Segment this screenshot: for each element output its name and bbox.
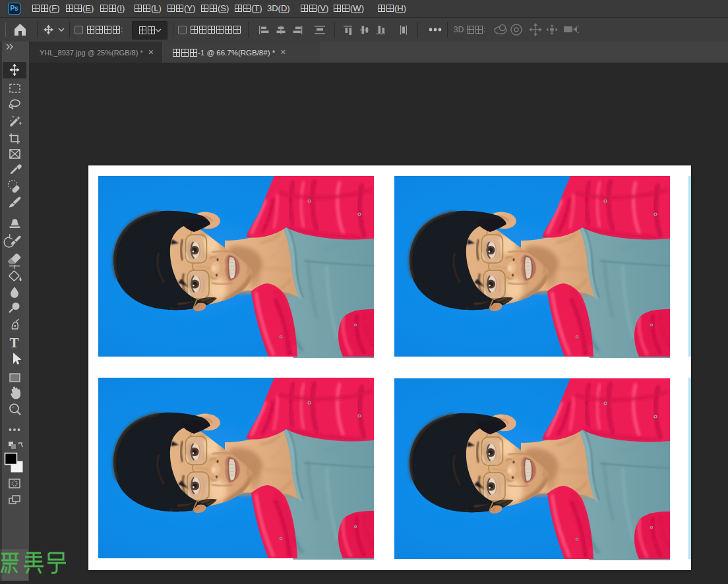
svg-text:T: T — [10, 335, 19, 351]
